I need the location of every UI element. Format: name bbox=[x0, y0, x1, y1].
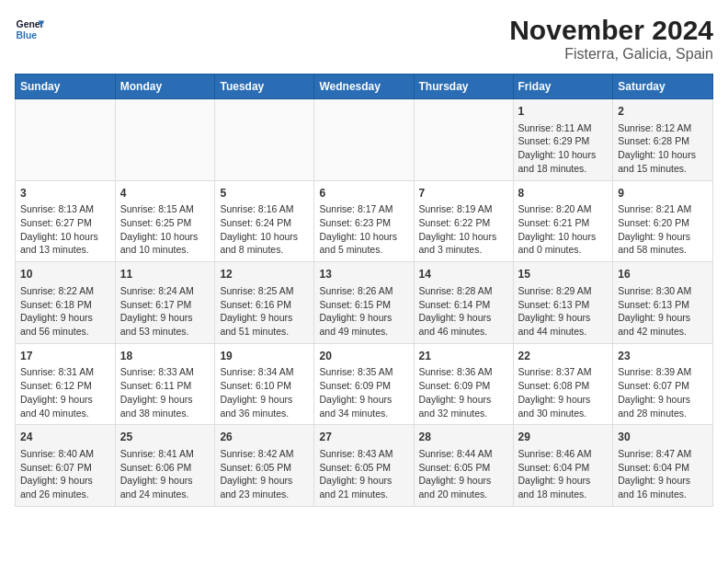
day-cell: 20Sunrise: 8:35 AM Sunset: 6:09 PM Dayli… bbox=[314, 343, 414, 425]
day-cell: 30Sunrise: 8:47 AM Sunset: 6:04 PM Dayli… bbox=[613, 425, 713, 507]
calendar-header-row: SundayMondayTuesdayWednesdayThursdayFrid… bbox=[16, 75, 713, 99]
day-info: Sunrise: 8:26 AM Sunset: 6:15 PM Dayligh… bbox=[319, 284, 408, 339]
day-info: Sunrise: 8:30 AM Sunset: 6:13 PM Dayligh… bbox=[618, 284, 708, 339]
day-cell: 6Sunrise: 8:17 AM Sunset: 6:23 PM Daylig… bbox=[314, 180, 414, 262]
day-number: 17 bbox=[20, 349, 110, 364]
page-header: General Blue November 2024 Fisterra, Gal… bbox=[15, 15, 713, 63]
day-info: Sunrise: 8:39 AM Sunset: 6:07 PM Dayligh… bbox=[618, 365, 708, 419]
day-cell: 7Sunrise: 8:19 AM Sunset: 6:22 PM Daylig… bbox=[414, 180, 513, 262]
day-cell: 14Sunrise: 8:28 AM Sunset: 6:14 PM Dayli… bbox=[414, 262, 513, 344]
title-block: November 2024 Fisterra, Galicia, Spain bbox=[509, 15, 713, 63]
week-row-2: 3Sunrise: 8:13 AM Sunset: 6:27 PM Daylig… bbox=[16, 180, 713, 262]
day-info: Sunrise: 8:31 AM Sunset: 6:12 PM Dayligh… bbox=[20, 365, 110, 419]
day-cell: 28Sunrise: 8:44 AM Sunset: 6:05 PM Dayli… bbox=[414, 425, 513, 507]
day-cell: 29Sunrise: 8:46 AM Sunset: 6:04 PM Dayli… bbox=[513, 425, 613, 507]
day-info: Sunrise: 8:28 AM Sunset: 6:14 PM Dayligh… bbox=[419, 284, 508, 339]
header-wednesday: Wednesday bbox=[314, 75, 414, 99]
day-number: 24 bbox=[20, 430, 110, 445]
day-number: 21 bbox=[419, 349, 508, 364]
day-info: Sunrise: 8:20 AM Sunset: 6:21 PM Dayligh… bbox=[518, 202, 609, 257]
day-cell: 25Sunrise: 8:41 AM Sunset: 6:06 PM Dayli… bbox=[115, 425, 215, 507]
day-cell bbox=[115, 99, 215, 181]
day-cell: 23Sunrise: 8:39 AM Sunset: 6:07 PM Dayli… bbox=[613, 343, 713, 425]
header-thursday: Thursday bbox=[414, 75, 513, 99]
day-info: Sunrise: 8:35 AM Sunset: 6:09 PM Dayligh… bbox=[319, 365, 408, 419]
day-info: Sunrise: 8:25 AM Sunset: 6:16 PM Dayligh… bbox=[220, 284, 309, 339]
day-number: 19 bbox=[220, 349, 309, 364]
day-cell: 12Sunrise: 8:25 AM Sunset: 6:16 PM Dayli… bbox=[215, 262, 314, 344]
day-number: 30 bbox=[618, 430, 708, 445]
day-info: Sunrise: 8:13 AM Sunset: 6:27 PM Dayligh… bbox=[20, 202, 110, 257]
day-info: Sunrise: 8:19 AM Sunset: 6:22 PM Dayligh… bbox=[419, 202, 508, 257]
day-number: 20 bbox=[319, 349, 408, 364]
day-number: 13 bbox=[319, 267, 408, 282]
day-cell: 21Sunrise: 8:36 AM Sunset: 6:09 PM Dayli… bbox=[414, 343, 513, 425]
day-info: Sunrise: 8:42 AM Sunset: 6:05 PM Dayligh… bbox=[220, 447, 309, 501]
day-cell: 18Sunrise: 8:33 AM Sunset: 6:11 PM Dayli… bbox=[115, 343, 215, 425]
day-number: 2 bbox=[618, 104, 708, 120]
day-cell: 3Sunrise: 8:13 AM Sunset: 6:27 PM Daylig… bbox=[16, 180, 116, 262]
day-number: 28 bbox=[419, 430, 508, 445]
day-info: Sunrise: 8:43 AM Sunset: 6:05 PM Dayligh… bbox=[319, 447, 408, 501]
day-cell: 17Sunrise: 8:31 AM Sunset: 6:12 PM Dayli… bbox=[16, 343, 116, 425]
day-cell: 5Sunrise: 8:16 AM Sunset: 6:24 PM Daylig… bbox=[215, 180, 314, 262]
day-number: 16 bbox=[618, 267, 708, 282]
header-friday: Friday bbox=[513, 75, 613, 99]
day-cell: 27Sunrise: 8:43 AM Sunset: 6:05 PM Dayli… bbox=[314, 425, 414, 507]
day-cell: 16Sunrise: 8:30 AM Sunset: 6:13 PM Dayli… bbox=[613, 262, 713, 344]
day-cell: 2Sunrise: 8:12 AM Sunset: 6:28 PM Daylig… bbox=[613, 99, 713, 181]
day-cell: 22Sunrise: 8:37 AM Sunset: 6:08 PM Dayli… bbox=[513, 343, 613, 425]
day-number: 4 bbox=[120, 186, 210, 201]
day-cell: 15Sunrise: 8:29 AM Sunset: 6:13 PM Dayli… bbox=[513, 262, 613, 344]
day-cell: 4Sunrise: 8:15 AM Sunset: 6:25 PM Daylig… bbox=[115, 180, 215, 262]
day-info: Sunrise: 8:46 AM Sunset: 6:04 PM Dayligh… bbox=[518, 447, 609, 501]
week-row-5: 24Sunrise: 8:40 AM Sunset: 6:07 PM Dayli… bbox=[16, 425, 713, 507]
day-number: 8 bbox=[518, 186, 609, 201]
day-number: 26 bbox=[220, 430, 309, 445]
header-tuesday: Tuesday bbox=[215, 75, 314, 99]
day-cell: 13Sunrise: 8:26 AM Sunset: 6:15 PM Dayli… bbox=[314, 262, 414, 344]
week-row-3: 10Sunrise: 8:22 AM Sunset: 6:18 PM Dayli… bbox=[16, 262, 713, 344]
day-number: 27 bbox=[319, 430, 408, 445]
header-monday: Monday bbox=[115, 75, 215, 99]
day-info: Sunrise: 8:12 AM Sunset: 6:28 PM Dayligh… bbox=[618, 121, 708, 176]
day-number: 29 bbox=[518, 430, 609, 445]
day-number: 12 bbox=[220, 267, 309, 282]
day-cell: 19Sunrise: 8:34 AM Sunset: 6:10 PM Dayli… bbox=[215, 343, 314, 425]
day-info: Sunrise: 8:17 AM Sunset: 6:23 PM Dayligh… bbox=[319, 202, 408, 257]
svg-text:Blue: Blue bbox=[17, 30, 38, 40]
day-info: Sunrise: 8:40 AM Sunset: 6:07 PM Dayligh… bbox=[20, 447, 110, 501]
week-row-1: 1Sunrise: 8:11 AM Sunset: 6:29 PM Daylig… bbox=[16, 99, 713, 181]
day-number: 14 bbox=[419, 267, 508, 282]
day-cell: 24Sunrise: 8:40 AM Sunset: 6:07 PM Dayli… bbox=[16, 425, 116, 507]
day-cell: 9Sunrise: 8:21 AM Sunset: 6:20 PM Daylig… bbox=[613, 180, 713, 262]
day-cell bbox=[414, 99, 513, 181]
day-number: 1 bbox=[518, 104, 609, 120]
day-cell: 1Sunrise: 8:11 AM Sunset: 6:29 PM Daylig… bbox=[513, 99, 613, 181]
day-info: Sunrise: 8:15 AM Sunset: 6:25 PM Dayligh… bbox=[120, 202, 210, 257]
day-number: 7 bbox=[419, 186, 508, 201]
day-number: 11 bbox=[120, 267, 210, 282]
day-number: 5 bbox=[220, 186, 309, 201]
day-number: 23 bbox=[618, 349, 708, 364]
day-number: 22 bbox=[518, 349, 609, 364]
day-info: Sunrise: 8:24 AM Sunset: 6:17 PM Dayligh… bbox=[120, 284, 210, 339]
day-info: Sunrise: 8:22 AM Sunset: 6:18 PM Dayligh… bbox=[20, 284, 110, 339]
day-info: Sunrise: 8:41 AM Sunset: 6:06 PM Dayligh… bbox=[120, 447, 210, 501]
day-cell: 8Sunrise: 8:20 AM Sunset: 6:21 PM Daylig… bbox=[513, 180, 613, 262]
day-cell: 11Sunrise: 8:24 AM Sunset: 6:17 PM Dayli… bbox=[115, 262, 215, 344]
day-number: 9 bbox=[618, 186, 708, 201]
day-info: Sunrise: 8:44 AM Sunset: 6:05 PM Dayligh… bbox=[419, 447, 508, 501]
day-info: Sunrise: 8:34 AM Sunset: 6:10 PM Dayligh… bbox=[220, 365, 309, 419]
logo: General Blue bbox=[15, 15, 44, 44]
day-cell bbox=[215, 99, 314, 181]
day-info: Sunrise: 8:16 AM Sunset: 6:24 PM Dayligh… bbox=[220, 202, 309, 257]
day-number: 3 bbox=[20, 186, 110, 201]
day-number: 18 bbox=[120, 349, 210, 364]
header-sunday: Sunday bbox=[16, 75, 116, 99]
day-cell bbox=[314, 99, 414, 181]
page-subtitle: Fisterra, Galicia, Spain bbox=[509, 46, 713, 63]
day-number: 25 bbox=[120, 430, 210, 445]
day-info: Sunrise: 8:29 AM Sunset: 6:13 PM Dayligh… bbox=[518, 284, 609, 339]
day-cell: 10Sunrise: 8:22 AM Sunset: 6:18 PM Dayli… bbox=[16, 262, 116, 344]
